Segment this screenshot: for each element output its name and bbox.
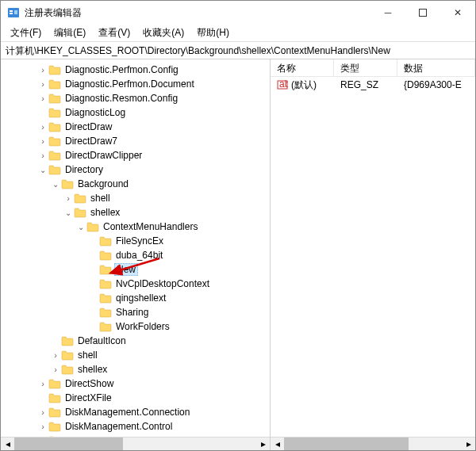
tree-node-label: shell <box>89 193 112 204</box>
tree-node[interactable]: DiagnosticLog <box>1 105 270 120</box>
tree-node[interactable]: duba_64bit <box>1 248 270 262</box>
tree-node[interactable]: ⌄ContextMenuHandlers <box>1 220 270 234</box>
chevron-right-icon[interactable]: › <box>37 79 48 89</box>
folder-icon <box>48 107 61 118</box>
col-name[interactable]: 名称 <box>271 59 334 76</box>
folder-icon <box>61 364 74 375</box>
tree-node[interactable]: ⌄shellex <box>1 205 270 220</box>
maximize-button[interactable] <box>405 1 440 25</box>
scroll-right-arrow[interactable]: ▸ <box>256 438 270 451</box>
address-bar[interactable]: 计算机\HKEY_CLASSES_ROOT\Directory\Backgrou… <box>1 42 475 59</box>
tree-node[interactable]: ›Diagnostic.Perfmon.Document <box>1 77 270 91</box>
tree-node[interactable]: ›Diagnostic.Resmon.Config <box>1 91 270 105</box>
tree-node-label: DirectDrawClipper <box>63 150 144 161</box>
menu-view[interactable]: 查看(V) <box>94 25 135 41</box>
tree-node-label: ContextMenuHandlers <box>102 221 199 232</box>
menu-edit[interactable]: 编辑(E) <box>49 25 90 41</box>
tree-node[interactable]: ›DirectDraw <box>1 120 270 134</box>
chevron-right-icon[interactable]: › <box>37 94 48 103</box>
scroll-right-arrow[interactable]: ▸ <box>462 438 475 451</box>
chevron-down-icon[interactable]: ⌄ <box>75 223 86 231</box>
chevron-down-icon[interactable]: ⌄ <box>63 208 74 217</box>
chevron-right-icon[interactable]: › <box>50 350 61 360</box>
menu-help[interactable]: 帮助(H) <box>192 25 234 41</box>
tree-node[interactable]: ›Diagnostic.Perfmon.Config <box>1 63 270 77</box>
chevron-right-icon[interactable]: › <box>37 122 48 132</box>
value-name: (默认) <box>291 78 317 92</box>
tree-node-label: DiskManagement.Control <box>63 421 174 432</box>
tree-node-label: DefaultIcon <box>76 335 128 346</box>
chevron-right-icon[interactable]: › <box>37 151 48 160</box>
tree-node-label: duba_64bit <box>114 250 164 261</box>
window-title: 注册表编辑器 <box>25 6 370 20</box>
scroll-left-arrow[interactable]: ◂ <box>271 438 284 451</box>
tree-node[interactable]: qingshellext <box>1 291 270 305</box>
scroll-left-arrow[interactable]: ◂ <box>1 438 14 451</box>
folder-icon <box>48 392 61 403</box>
tree-node-label: NvCplDesktopContext <box>114 278 211 289</box>
string-value-icon: ab <box>277 79 288 90</box>
col-data[interactable]: 数据 <box>397 59 475 76</box>
chevron-right-icon[interactable]: › <box>37 379 48 388</box>
tree-node[interactable]: NvCplDesktopContext <box>1 277 270 291</box>
tree-node[interactable]: WorkFolders <box>1 319 270 334</box>
tree-node-label: qingshellext <box>114 292 167 304</box>
scroll-track[interactable] <box>14 438 256 451</box>
minimize-button[interactable]: ─ <box>370 1 405 25</box>
svg-text:ab: ab <box>279 79 288 90</box>
tree-node[interactable]: ›DiskManagement.Connection <box>1 405 270 419</box>
tree-node[interactable]: ›DiskManagement.Control <box>1 419 270 434</box>
chevron-right-icon[interactable]: › <box>63 193 74 203</box>
tree-node[interactable]: ⌄Directory <box>1 162 270 177</box>
menu-file[interactable]: 文件(F) <box>6 25 46 41</box>
tree-node-label: DirectDraw <box>63 121 113 132</box>
scroll-track[interactable] <box>284 438 462 451</box>
folder-icon <box>48 407 61 418</box>
tree-node[interactable]: FileSyncEx <box>1 234 270 248</box>
tree-node[interactable]: ›shell <box>1 348 270 362</box>
tree-node-label: Sharing <box>114 307 150 318</box>
tree-node[interactable]: ›DiskManagement.DataObject <box>1 434 270 437</box>
menu-favorites[interactable]: 收藏夹(A) <box>138 25 189 41</box>
list-body: ab (默认) REG_SZ {D969A300-E <box>271 77 475 437</box>
chevron-right-icon[interactable]: › <box>37 407 48 417</box>
scroll-thumb[interactable] <box>284 438 409 451</box>
folder-icon <box>99 307 112 318</box>
tree-node[interactable]: ›shellex <box>1 362 270 376</box>
folder-icon <box>48 78 61 90</box>
tree-node[interactable]: DirectXFile <box>1 391 270 405</box>
tree-node-label: DiskManagement.Connection <box>63 407 191 418</box>
tree-node-label: New <box>114 263 138 276</box>
chevron-right-icon[interactable]: › <box>37 422 48 431</box>
folder-icon <box>48 93 61 104</box>
col-type[interactable]: 类型 <box>334 59 397 76</box>
value-data: {D969A300-E <box>397 79 475 90</box>
list-pane: 名称 类型 数据 ab (默认) REG_SZ {D969A300-E ◂ ▸ <box>271 59 475 450</box>
tree-node-label: Diagnostic.Perfmon.Config <box>63 64 180 75</box>
list-hscrollbar[interactable]: ◂ ▸ <box>271 437 475 450</box>
tree-node[interactable]: ›DirectDraw7 <box>1 134 270 148</box>
close-button[interactable]: ✕ <box>440 1 475 25</box>
tree-node-label: DirectDraw7 <box>63 136 119 147</box>
chevron-right-icon[interactable]: › <box>37 65 48 75</box>
chevron-down-icon[interactable]: ⌄ <box>37 166 48 174</box>
folder-icon <box>86 221 99 232</box>
tree-node[interactable]: ›shell <box>1 191 270 205</box>
chevron-down-icon[interactable]: ⌄ <box>50 180 61 189</box>
folder-icon <box>74 207 86 218</box>
scroll-thumb[interactable] <box>14 438 123 451</box>
folder-icon <box>99 278 112 289</box>
tree-node[interactable]: ›DirectShow <box>1 376 270 391</box>
tree-node[interactable]: Sharing <box>1 305 270 319</box>
chevron-right-icon[interactable]: › <box>37 136 48 146</box>
tree-node[interactable]: ⌄Background <box>1 177 270 191</box>
tree-node-label: DirectXFile <box>63 392 113 403</box>
tree-node[interactable]: ›DirectDrawClipper <box>1 148 270 162</box>
tree-hscrollbar[interactable]: ◂ ▸ <box>1 437 270 450</box>
tree-node[interactable]: DefaultIcon <box>1 334 270 348</box>
list-row[interactable]: ab (默认) REG_SZ {D969A300-E <box>271 77 475 93</box>
chevron-right-icon[interactable]: › <box>50 365 61 374</box>
tree-node-label: shell <box>76 350 99 361</box>
tree[interactable]: ›Diagnostic.Perfmon.Config›Diagnostic.Pe… <box>1 59 270 437</box>
tree-node[interactable]: New <box>1 262 270 277</box>
